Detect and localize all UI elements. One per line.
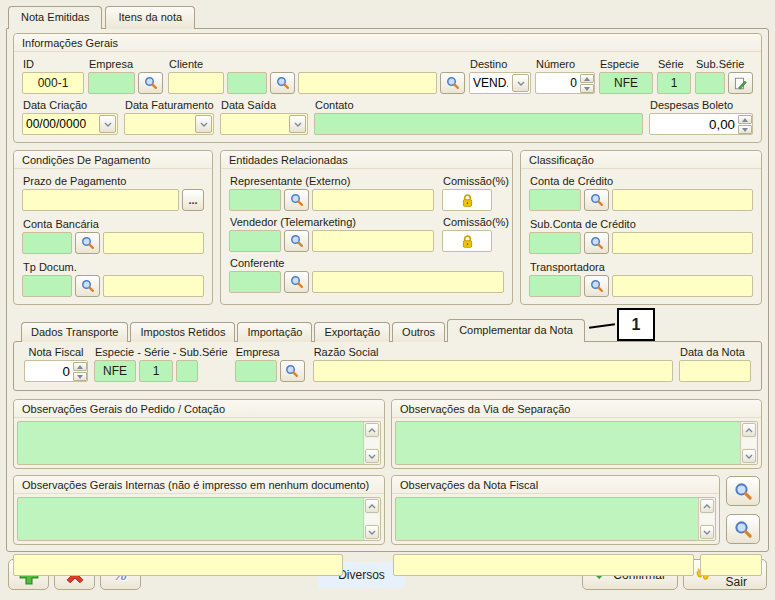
cliente-search2-button[interactable]	[440, 72, 465, 94]
comp-especie-field[interactable]	[94, 360, 136, 382]
contato-field[interactable]	[314, 113, 643, 135]
comp-empresa-search-button[interactable]	[280, 360, 305, 382]
destino-combobox[interactable]	[469, 72, 531, 94]
representante-code-field[interactable]	[229, 189, 281, 211]
bottom-right-field[interactable]	[700, 554, 762, 576]
conferente-code-field[interactable]	[229, 271, 281, 293]
numero-spinner[interactable]	[535, 72, 595, 94]
tp-docum-search-button[interactable]	[75, 275, 100, 297]
spin-down-button[interactable]	[738, 125, 752, 134]
scroll-up-button[interactable]	[700, 499, 714, 513]
scroll-track[interactable]	[365, 514, 379, 524]
data-criacao-value[interactable]	[23, 114, 98, 134]
cliente-code-field[interactable]	[168, 72, 224, 94]
obs-internas-textarea[interactable]	[17, 497, 381, 541]
tab-impostos-retidos[interactable]: Impostos Retidos	[130, 322, 235, 342]
data-faturamento-value[interactable]	[125, 114, 194, 134]
scroll-down-button[interactable]	[700, 525, 714, 539]
subconta-credito-search-button[interactable]	[584, 232, 609, 254]
data-da-nota-field[interactable]	[679, 360, 751, 382]
comp-empresa-field[interactable]	[235, 360, 277, 382]
data-saida-value[interactable]	[221, 114, 288, 134]
scroll-down-button[interactable]	[365, 449, 379, 463]
data-saida-dropdown-button[interactable]	[289, 115, 306, 133]
spin-up-button[interactable]	[580, 74, 594, 83]
conta-credito-name-field[interactable]	[612, 189, 753, 211]
obs-pedido-textarea[interactable]	[17, 421, 381, 465]
obs-search-top-button[interactable]	[726, 476, 760, 506]
numero-value[interactable]	[536, 73, 580, 93]
conta-credito-code-field[interactable]	[529, 189, 581, 211]
conta-bancaria-code-field[interactable]	[22, 232, 72, 254]
tab-outros[interactable]: Outros	[392, 322, 445, 342]
cliente-code2-field[interactable]	[227, 72, 267, 94]
comp-subserie-field[interactable]	[176, 360, 198, 382]
representante-name-field[interactable]	[312, 189, 434, 211]
spin-up-button[interactable]	[738, 115, 752, 124]
destino-value[interactable]	[470, 73, 511, 93]
vendedor-code-field[interactable]	[229, 230, 281, 252]
scroll-down-button[interactable]	[742, 449, 756, 463]
data-criacao-picker[interactable]	[22, 113, 118, 135]
conta-bancaria-search-button[interactable]	[75, 232, 100, 254]
id-field[interactable]	[22, 72, 84, 94]
scroll-track[interactable]	[365, 438, 379, 448]
despesas-boleto-value[interactable]	[650, 114, 738, 134]
tab-itens-da-nota[interactable]: Itens da nota	[105, 6, 195, 29]
tp-docum-name-field[interactable]	[103, 275, 204, 297]
nota-fiscal-value[interactable]	[25, 361, 73, 381]
empresa-search-button[interactable]	[138, 72, 163, 94]
comissao-representante-field[interactable]	[442, 189, 492, 211]
scroll-down-button[interactable]	[365, 525, 379, 539]
representante-search-button[interactable]	[284, 189, 309, 211]
data-saida-picker[interactable]	[220, 113, 308, 135]
scroll-up-button[interactable]	[365, 423, 379, 437]
scroll-up-button[interactable]	[365, 499, 379, 513]
bottom-middle-field[interactable]	[393, 554, 694, 576]
data-faturamento-dropdown-button[interactable]	[195, 115, 212, 133]
obs-nota-fiscal-textarea[interactable]	[395, 497, 716, 541]
cliente-search-button[interactable]	[270, 72, 295, 94]
obs-search-bottom-button[interactable]	[726, 514, 760, 544]
subconta-credito-name-field[interactable]	[612, 232, 753, 254]
scrollbar[interactable]	[698, 498, 715, 540]
conferente-search-button[interactable]	[284, 271, 309, 293]
scrollbar[interactable]	[363, 422, 380, 464]
obs-separacao-textarea[interactable]	[395, 421, 758, 465]
prazo-pagamento-field[interactable]	[22, 189, 179, 211]
subserie-field[interactable]	[695, 72, 725, 94]
prazo-pagamento-ellipsis-button[interactable]: ...	[182, 189, 204, 211]
spin-down-button[interactable]	[73, 372, 87, 381]
scrollbar[interactable]	[363, 498, 380, 540]
comissao-vendedor-field[interactable]	[442, 230, 492, 252]
especie-field[interactable]	[599, 72, 653, 94]
scroll-track[interactable]	[742, 438, 756, 448]
vendedor-name-field[interactable]	[312, 230, 434, 252]
empresa-code-field[interactable]	[88, 72, 135, 94]
conta-bancaria-name-field[interactable]	[103, 232, 204, 254]
tab-complementar-da-nota[interactable]: Complementar da Nota	[447, 319, 585, 342]
data-criacao-dropdown-button[interactable]	[99, 115, 116, 133]
tp-docum-code-field[interactable]	[22, 275, 72, 297]
tab-dados-transporte[interactable]: Dados Transporte	[21, 322, 128, 342]
conferente-name-field[interactable]	[312, 271, 504, 293]
razao-social-field[interactable]	[313, 360, 673, 382]
spin-down-button[interactable]	[580, 84, 594, 93]
despesas-boleto-spinner[interactable]	[649, 113, 753, 135]
vendedor-search-button[interactable]	[284, 230, 309, 252]
bottom-left-field[interactable]	[13, 554, 343, 576]
tab-importacao[interactable]: Importação	[237, 322, 312, 342]
scroll-track[interactable]	[700, 514, 714, 524]
tab-nota-emitidas[interactable]: Nota Emitidas	[8, 6, 102, 29]
scrollbar[interactable]	[740, 422, 757, 464]
transportadora-code-field[interactable]	[529, 275, 581, 297]
destino-dropdown-button[interactable]	[512, 74, 529, 92]
spin-up-button[interactable]	[73, 362, 87, 371]
scroll-up-button[interactable]	[742, 423, 756, 437]
data-faturamento-picker[interactable]	[124, 113, 214, 135]
subserie-edit-button[interactable]	[728, 72, 753, 94]
nota-fiscal-spinner[interactable]	[24, 360, 88, 382]
conta-credito-search-button[interactable]	[584, 189, 609, 211]
tab-exportacao[interactable]: Exportação	[314, 322, 390, 342]
subconta-credito-code-field[interactable]	[529, 232, 581, 254]
